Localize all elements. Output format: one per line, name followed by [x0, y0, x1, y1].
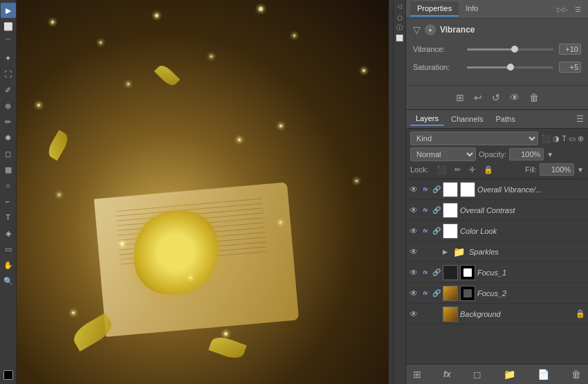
- props-add-layer-icon[interactable]: ⊞: [454, 90, 466, 105]
- layer-name-focus1: Focus_1: [477, 268, 585, 277]
- layer-row-sparkles[interactable]: 👁 ▶ 📁 Sparkles: [406, 241, 588, 262]
- side-icon-info[interactable]: ⓘ: [396, 24, 403, 33]
- side-icon-adjust[interactable]: ⬡: [397, 15, 403, 21]
- kind-shape-icon[interactable]: ▭: [569, 134, 576, 143]
- mask-vibrance: [460, 182, 475, 197]
- link-icon-contrast[interactable]: 🔗: [432, 206, 441, 214]
- props-menu-icon[interactable]: ☰: [572, 4, 584, 15]
- tool-zoom[interactable]: 🔍: [1, 273, 16, 289]
- link-icon-focus2[interactable]: 🔗: [432, 289, 441, 297]
- tool-pen[interactable]: ⌐: [1, 194, 16, 209]
- tab-properties[interactable]: Properties: [410, 1, 459, 17]
- props-visibility-icon[interactable]: 👁: [508, 90, 522, 105]
- link-icon-vibrance[interactable]: 🔗: [432, 185, 441, 193]
- eye-icon-vibrance[interactable]: 👁: [409, 185, 419, 194]
- layer-row-focus1[interactable]: 👁 fx 🔗 Focus_1: [406, 262, 588, 283]
- tool-heal[interactable]: ⊕: [1, 98, 16, 113]
- layer-row-background[interactable]: 👁 Background 🔒: [406, 304, 588, 324]
- saturation-thumb[interactable]: [507, 64, 514, 71]
- fx-button[interactable]: fx: [441, 368, 454, 381]
- props-prev-state-icon[interactable]: ↩: [472, 90, 484, 105]
- lock-move-icon[interactable]: ✛: [466, 164, 478, 176]
- opacity-input[interactable]: [509, 148, 544, 161]
- sparkle-2: [100, 42, 102, 44]
- vibrance-circle-icon: ●: [425, 24, 436, 35]
- kind-smart-icon[interactable]: ⊕: [578, 134, 584, 143]
- blend-mode-select[interactable]: Normal Multiply Screen: [410, 147, 476, 161]
- lock-paint-icon[interactable]: ✏: [452, 164, 463, 176]
- fx-icon-colorlook[interactable]: fx: [421, 228, 430, 234]
- tab-info[interactable]: Info: [459, 1, 485, 17]
- tool-path-select[interactable]: ◈: [1, 226, 16, 241]
- tool-lasso[interactable]: ⌒: [1, 35, 16, 50]
- fx-icon-vibrance[interactable]: fx: [421, 186, 430, 192]
- thumb-vibrance: [443, 182, 458, 197]
- tab-channels[interactable]: Channels: [445, 113, 488, 125]
- fill-input[interactable]: [540, 163, 574, 176]
- eye-icon-background[interactable]: 👁: [409, 309, 419, 319]
- eye-icon-contrast[interactable]: 👁: [409, 205, 419, 215]
- lock-transparent-icon[interactable]: ⬛: [434, 164, 449, 176]
- tool-clone[interactable]: ✱: [1, 130, 16, 145]
- delete-layer-icon[interactable]: 🗑: [569, 367, 584, 381]
- eye-icon-sparkles[interactable]: 👁: [409, 247, 419, 257]
- tool-type[interactable]: T: [1, 210, 16, 225]
- tool-magic-wand[interactable]: ✦: [1, 51, 16, 66]
- tool-brush[interactable]: ✏: [1, 114, 16, 129]
- kind-type-icon[interactable]: T: [562, 134, 567, 143]
- eye-icon-focus1[interactable]: 👁: [409, 268, 419, 277]
- layers-menu-icon[interactable]: ☰: [576, 114, 584, 124]
- tool-eyedropper[interactable]: ✐: [1, 82, 16, 98]
- props-reset-icon[interactable]: ↺: [490, 90, 502, 105]
- vibrance-track[interactable]: [467, 48, 553, 51]
- add-mask-icon[interactable]: ◻: [470, 367, 484, 381]
- tool-gradient[interactable]: ▦: [1, 162, 16, 177]
- kind-adjust-icon[interactable]: ◑: [553, 134, 560, 143]
- fx-icon-contrast[interactable]: fx: [421, 207, 430, 213]
- tab-layers[interactable]: Layers: [410, 112, 444, 126]
- expand-icon[interactable]: ▷▷: [554, 4, 571, 15]
- layer-row[interactable]: 👁 fx 🔗 Overall Contrast: [406, 200, 588, 221]
- group-arrow-sparkles[interactable]: ▶: [443, 248, 451, 255]
- tool-crop[interactable]: ⛶: [1, 66, 16, 82]
- saturation-track[interactable]: [467, 66, 553, 68]
- fx-icon-focus1[interactable]: fx: [421, 269, 430, 275]
- fx-icon-focus2[interactable]: fx: [421, 290, 430, 296]
- create-group-icon[interactable]: 📁: [501, 367, 518, 381]
- vibrance-thumb[interactable]: [511, 46, 518, 53]
- eye-icon-focus2[interactable]: 👁: [409, 289, 419, 298]
- tool-dodge[interactable]: ○: [1, 178, 16, 193]
- side-icon-collapse[interactable]: ◁: [397, 3, 402, 10]
- props-tab-icons: ▷▷ ☰: [554, 4, 584, 15]
- eye-icon-colorlook[interactable]: 👁: [409, 226, 419, 236]
- fill-label: Fill:: [525, 165, 537, 174]
- thumb-focus1: [443, 265, 458, 280]
- layer-row-focus2[interactable]: 👁 fx 🔗 Focus_2: [406, 283, 588, 304]
- kind-pixel-icon[interactable]: ⬛: [541, 134, 551, 143]
- tool-shape[interactable]: ▭: [1, 241, 16, 257]
- kind-select[interactable]: Kind: [410, 131, 538, 145]
- sparkle-18: [356, 180, 358, 182]
- props-delete-icon[interactable]: 🗑: [527, 90, 541, 105]
- layer-row[interactable]: 👁 fx 🔗 Color Look: [406, 221, 588, 241]
- saturation-value[interactable]: +5: [559, 62, 581, 73]
- opacity-arrow[interactable]: ▼: [546, 151, 553, 158]
- lock-all-icon[interactable]: 🔒: [481, 164, 496, 176]
- create-layer-icon[interactable]: 📄: [535, 367, 552, 381]
- vibrance-value[interactable]: +10: [559, 44, 581, 55]
- tab-paths[interactable]: Paths: [490, 113, 521, 125]
- sparkle-16: [279, 221, 282, 223]
- tool-move[interactable]: ▶: [1, 3, 16, 18]
- tool-eraser[interactable]: ◻: [1, 146, 16, 161]
- tool-hand[interactable]: ✋: [1, 257, 16, 273]
- layer-row[interactable]: 👁 fx 🔗 Overall Vibrance/...: [406, 179, 588, 200]
- fill-arrow[interactable]: ▼: [577, 166, 584, 174]
- link-icon-colorlook[interactable]: 🔗: [432, 227, 441, 235]
- tool-select[interactable]: ⬜: [1, 19, 16, 34]
- side-icon-bar: ◁ ⬡ ⓘ ⬜: [394, 0, 406, 384]
- link-icon-focus1[interactable]: 🔗: [432, 268, 441, 276]
- sparkle-5: [37, 104, 40, 107]
- side-icon-layers[interactable]: ⬜: [396, 35, 403, 42]
- tool-fg-color[interactable]: [3, 370, 13, 380]
- add-style-icon[interactable]: ⊞: [410, 367, 424, 381]
